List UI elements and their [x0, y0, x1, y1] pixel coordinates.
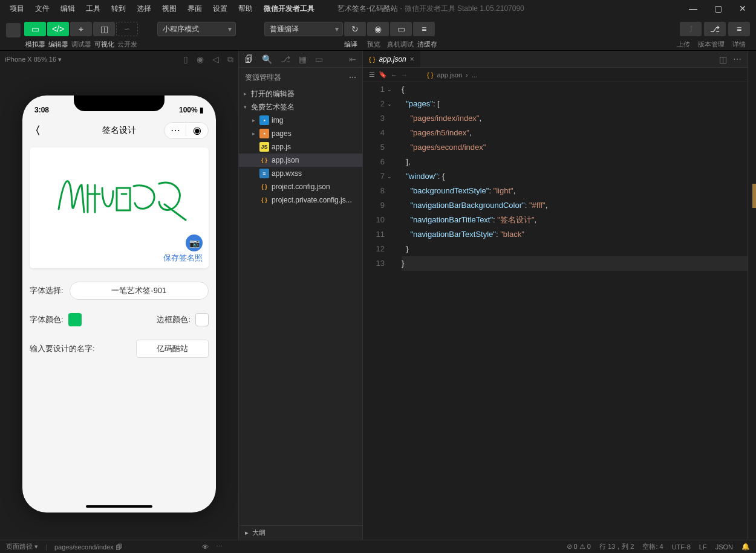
border-color-label: 边框颜色: — [157, 314, 191, 325]
sim-record-icon[interactable]: ◉ — [197, 54, 204, 65]
close-tab-icon[interactable]: × — [410, 55, 414, 63]
menu-select[interactable]: 选择 — [132, 1, 156, 16]
clear-cache-button[interactable]: ≡ — [413, 22, 435, 36]
status-visibility-icon[interactable]: 👁 — [202, 543, 209, 551]
explorer-tab-search[interactable]: 🔍 — [262, 54, 272, 64]
mode-dropdown[interactable]: 小程序模式 — [157, 22, 236, 36]
status-errors[interactable]: ⊘ 0 ⚠ 0 — [567, 543, 591, 551]
sim-device-icon[interactable]: ▯ — [183, 54, 188, 65]
preview-button[interactable]: ◉ — [367, 22, 389, 36]
editor-button[interactable]: </> — [47, 22, 69, 36]
code-editor[interactable]: 1⌄2⌄3456 7⌄8910111213 { "pages": [ "page… — [363, 82, 748, 540]
menu-project[interactable]: 项目 — [5, 1, 29, 16]
simulator-pane: iPhone X 85% 16 ▾ ▯ ◉ ◁ ⧉ 3:08 100% ▮ 〈 … — [0, 51, 239, 540]
tree-project-root[interactable]: ▾免费艺术签名 — [239, 100, 362, 114]
crumb-more[interactable]: ... — [472, 71, 477, 79]
status-more-icon[interactable]: ⋯ — [216, 543, 223, 551]
menu-help[interactable]: 帮助 — [233, 1, 258, 16]
font-color-swatch[interactable] — [68, 313, 82, 326]
remote-button[interactable]: ▭ — [390, 22, 412, 36]
file-tree: ▸打开的编辑器 ▾免费艺术签名 ▸▪img ▸▪pages JSapp.js {… — [239, 87, 362, 525]
status-eol[interactable]: LF — [699, 543, 707, 551]
titlebar: 项目 文件 编辑 工具 转到 选择 视图 界面 设置 帮助 微信开发者工具 艺术… — [0, 0, 756, 17]
explorer-tab-db[interactable]: ▭ — [315, 54, 323, 64]
compile-button[interactable]: ↻ — [344, 22, 366, 36]
crumb-bookmark-icon[interactable]: 🔖 — [379, 71, 387, 79]
tree-file-projectconfig[interactable]: { }project.config.json — [239, 180, 362, 193]
debugger-button[interactable]: ⌖ — [70, 22, 92, 36]
menu-view[interactable]: 视图 — [157, 1, 181, 16]
tree-folder-pages[interactable]: ▸▪pages — [239, 127, 362, 140]
label-visualizer: 可视化 — [93, 40, 115, 49]
save-signature-link[interactable]: 📷 — [36, 234, 203, 251]
detail-button[interactable]: ≡ — [728, 22, 750, 36]
menu-interface[interactable]: 界面 — [183, 1, 207, 16]
explorer-more-icon[interactable]: ⋯ — [349, 73, 356, 82]
json-icon: { } — [369, 56, 375, 63]
name-input[interactable]: 亿码酷站 — [136, 340, 209, 358]
compile-mode-dropdown[interactable]: 普通编译 — [264, 22, 343, 36]
sim-pop-icon[interactable]: ⧉ — [227, 54, 233, 65]
editor-tab-appjson[interactable]: { } app.json × — [363, 51, 420, 67]
menu-tool[interactable]: 工具 — [81, 1, 105, 16]
explorer-tab-git[interactable]: ⎇ — [281, 54, 290, 64]
menu-goto[interactable]: 转到 — [106, 1, 131, 16]
tree-file-appwxss[interactable]: ≡app.wxss — [239, 167, 362, 180]
capsule-menu[interactable]: ⋯ — [165, 125, 186, 136]
crumb-file[interactable]: app.json — [437, 71, 462, 79]
status-encoding[interactable]: UTF-8 — [672, 543, 691, 551]
maximize-button[interactable]: ▢ — [709, 2, 727, 15]
home-indicator — [86, 505, 152, 508]
outline-section[interactable]: ▸大纲 — [239, 525, 362, 540]
crumb-back-icon[interactable]: ← — [391, 71, 397, 79]
editor-more-icon[interactable]: ⋯ — [733, 54, 741, 64]
minimize-button[interactable]: — — [684, 2, 702, 15]
save-label[interactable]: 保存签名照 — [36, 253, 203, 264]
status-path-label[interactable]: 页面路径 ▾ — [6, 542, 38, 551]
camera-icon: 📷 — [186, 234, 203, 251]
status-bell-icon[interactable]: 🔔 — [741, 543, 750, 551]
split-editor-icon[interactable]: ◫ — [719, 54, 727, 64]
explorer-tab-files[interactable]: 🗐 — [245, 54, 253, 64]
explorer-tab-ext[interactable]: ▦ — [299, 54, 307, 64]
simulator-button[interactable]: ▭ — [24, 22, 46, 36]
label-compile: 编译 — [340, 40, 362, 49]
tree-file-appjson[interactable]: { }app.json — [239, 154, 362, 167]
crumb-json-icon: { } — [427, 71, 433, 79]
close-button[interactable]: ✕ — [734, 2, 751, 15]
name-label: 输入要设计的名字: — [30, 343, 95, 354]
tree-file-appjs[interactable]: JSapp.js — [239, 140, 362, 154]
status-lang[interactable]: JSON — [715, 543, 733, 551]
crumb-list-icon[interactable]: ☰ — [369, 71, 375, 79]
explorer-tab-collapse[interactable]: ⇤ — [349, 54, 356, 64]
version-button[interactable]: ⎇ — [704, 22, 726, 36]
sim-back-icon[interactable]: ◁ — [212, 54, 219, 65]
font-select[interactable]: 一笔艺术签-901 — [70, 282, 209, 300]
avatar[interactable] — [6, 23, 21, 37]
signature-image — [36, 154, 203, 234]
breadcrumb: ☰ 🔖 ← → { } app.json › ... — [363, 68, 748, 82]
visualizer-button[interactable]: ◫ — [93, 22, 115, 36]
label-upload: 上传 — [673, 40, 694, 49]
label-version: 版本管理 — [697, 40, 726, 49]
status-spaces[interactable]: 空格: 4 — [642, 542, 663, 551]
tree-file-projectprivate[interactable]: { }project.private.config.js... — [239, 193, 362, 207]
menu-settings[interactable]: 设置 — [208, 1, 232, 16]
tree-folder-img[interactable]: ▸▪img — [239, 114, 362, 127]
border-color-swatch[interactable] — [195, 313, 209, 326]
capsule-close[interactable]: ◉ — [186, 125, 208, 136]
status-cursor[interactable]: 行 13，列 2 — [599, 542, 634, 551]
back-icon[interactable]: 〈 — [30, 123, 41, 138]
device-selector[interactable]: iPhone X 85% 16 ▾ — [5, 56, 62, 63]
menu-edit[interactable]: 编辑 — [56, 1, 80, 16]
menu-file[interactable]: 文件 — [30, 1, 54, 16]
cloud-button[interactable]: ∽ — [116, 22, 138, 36]
tree-open-editors[interactable]: ▸打开的编辑器 — [239, 87, 362, 100]
capsule: ⋯ ◉ — [164, 122, 209, 139]
status-path[interactable]: pages/second/index 🗐 — [54, 543, 122, 551]
upload-button[interactable]: ⤴ — [680, 22, 702, 36]
menu-devtools[interactable]: 微信开发者工具 — [259, 1, 319, 16]
main-menu: 项目 文件 编辑 工具 转到 选择 视图 界面 设置 帮助 微信开发者工具 — [5, 1, 319, 16]
phone-battery: 100% ▮ — [179, 106, 204, 114]
crumb-fwd-icon[interactable]: → — [401, 71, 408, 79]
